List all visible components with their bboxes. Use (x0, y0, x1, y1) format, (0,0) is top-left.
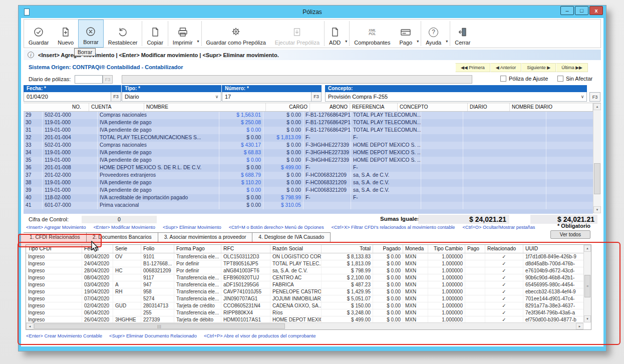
add-dropdown-icon[interactable]: ▾ (345, 39, 349, 48)
window-title: Pólizas (21, 9, 603, 16)
shortcut-hint: <Enter> Modificar Movimiento (93, 225, 155, 230)
totals-row: Cifra de Control: 0 Sumas Iguales: $ 24,… (24, 215, 601, 225)
shortcut-hint: <Supr> Eliminar Movimiento (163, 225, 221, 230)
scrollbar-thumb[interactable] (594, 163, 600, 194)
nav-button[interactable]: ◀ Anterior (490, 63, 521, 72)
diario-input[interactable] (75, 75, 103, 84)
diario-f3-button: F3 (103, 75, 113, 84)
reset-icon (117, 26, 128, 38)
column-header[interactable]: REFERENCIA (350, 103, 398, 111)
checkbox-box[interactable] (557, 76, 563, 82)
nuevo-button[interactable]: Nuevo (53, 20, 78, 48)
column-header[interactable]: CARGO (266, 103, 310, 111)
movement-row[interactable]: 37 201-02-000 Proveedores extranjeros $ … (24, 172, 593, 179)
diario-row: Diario de pólizas: F3 Póliza de Ajuste S… (24, 74, 601, 85)
poliza-key-fields: Fecha: * 01/04/20 F3 Tipo: * Diario ∨ Nú… (24, 85, 322, 102)
guardar-prepoliza-button[interactable]: Guardar como Prepóliza (202, 20, 270, 48)
numero-label: Número: * (222, 85, 322, 92)
movements-vertical-scrollbar[interactable]: ▲ ▼ (593, 103, 601, 213)
minimize-button[interactable]: – (560, 6, 574, 15)
column-header[interactable]: NOMBRE DIARIO (510, 103, 593, 111)
movement-row[interactable]: 38 119-01-000 IVA pendiente de pago $ 11… (24, 179, 593, 187)
numero-input[interactable]: 17 (222, 94, 311, 100)
borrar-tooltip: Borrar (74, 48, 96, 56)
movement-row[interactable]: 35 119-01-000 IVA pendiente de pago $ 0.… (24, 157, 593, 164)
fecha-label: Fecha: * (24, 85, 121, 92)
maximize-button[interactable]: □ (575, 6, 588, 15)
shortcut-hint: <Ctrl+M o Botón derecho> Menú de Opcione… (229, 225, 324, 230)
movement-row[interactable]: 30 119-01-000 IVA pendiente de pago $ 25… (24, 119, 593, 127)
movements-header-row: NO.CUENTANOMBRECARGOABONOREFERENCIACONCE… (24, 103, 593, 112)
scroll-up-icon[interactable]: ▲ (593, 103, 601, 110)
column-header[interactable]: ABONO (310, 103, 350, 111)
column-header[interactable]: CONCEPTO (398, 103, 468, 111)
pago-button[interactable]: Pago (395, 20, 417, 48)
restablecer-button[interactable]: Restablecer (104, 20, 142, 48)
ayuda-dropdown-icon[interactable]: ▾ (446, 39, 450, 48)
column-header[interactable]: NOMBRE (144, 103, 266, 111)
fecha-input[interactable]: 01/04/20 (24, 94, 111, 100)
desktop-background: Pólizas – □ x Guardar Nuevo (0, 0, 624, 364)
cerrar-button[interactable]: Cerrar (450, 20, 475, 48)
movement-row[interactable]: 40 118-02-000 IVA acreditable de importa… (24, 194, 593, 202)
tab[interactable]: 4. Desglose de IVA Causado (252, 232, 331, 242)
delete-icon (85, 26, 96, 38)
diario-label: Diario de pólizas: (29, 76, 71, 82)
origin-row: Sistema Origen: CONTPAQi® Contabilidad -… (24, 62, 601, 73)
column-header[interactable]: DIARIO (468, 103, 510, 111)
tipo-field-group: Tipo: * Diario ∨ (122, 85, 222, 102)
pago-dropdown-icon[interactable]: ▾ (417, 39, 421, 48)
concepto-field-group: Concepto: Provisión Compra F-255 ∨ (325, 85, 587, 102)
numero-field-group: Número: * 17 F3 (222, 85, 322, 102)
sin-afectar-checkbox[interactable]: Sin Afectar (557, 76, 592, 82)
copiar-button[interactable]: Copiar (142, 20, 167, 48)
nav-button[interactable]: ◀◀ Primera (455, 63, 490, 72)
imprimir-button[interactable]: Imprimir (168, 20, 197, 48)
run-prepoliza-icon (291, 26, 302, 38)
fecha-f3-button[interactable]: F3 (111, 92, 121, 101)
ver-todos-button[interactable]: Ver todos (550, 230, 590, 239)
tipo-select[interactable]: Diario (122, 94, 213, 100)
add-document-icon (330, 26, 341, 38)
poliza-ajuste-checkbox[interactable]: Póliza de Ajuste (500, 76, 548, 82)
ayuda-button[interactable]: ? Ayuda (421, 20, 446, 48)
nav-button[interactable]: Última ▶▶ (556, 63, 588, 72)
column-header[interactable]: CUENTA (89, 103, 144, 111)
info-bar: i <Insert> Agregar movimiento | <Enter> … (24, 50, 601, 60)
movements-body: 29 502-01-000 Compras nacionales $ 1,563… (24, 112, 593, 209)
column-header[interactable]: NO. (70, 103, 89, 111)
title-bar[interactable]: Pólizas – □ x (21, 6, 603, 18)
movement-row[interactable]: 34 119-01-000 IVA pendiente de pago $ 68… (24, 149, 593, 157)
movement-row[interactable]: 36 201-01-008 HOME DEPOT MEXICO S. DE R.… (24, 164, 593, 172)
numero-f3-button[interactable]: F3 (311, 92, 321, 101)
concepto-dropdown-icon[interactable]: ∨ (578, 94, 586, 99)
guardar-button[interactable]: Guardar (24, 20, 53, 48)
movement-row[interactable]: 33 502-01-000 Compras nacionales $ 430.1… (24, 142, 593, 149)
movement-row[interactable]: 41 601-07-000 Prima vacacional $ 0.00 $ … (24, 202, 593, 209)
cifra-control-value: 0 (82, 216, 157, 223)
movement-row[interactable]: 39 119-01-000 IVA pendiente de pago $ 0.… (24, 187, 593, 194)
add-button[interactable]: ADD (325, 20, 345, 48)
exit-door-icon (457, 26, 468, 38)
comprobantes-button[interactable]: XMLPOL Comprobantes (350, 20, 395, 48)
concepto-f3-button[interactable]: F3 (589, 92, 600, 102)
movement-row[interactable]: 32 201-01-004 TOTAL PLAY TELECOMUNICACIO… (24, 134, 593, 142)
sistema-origen-text: Sistema Origen: CONTPAQi® Contabilidad -… (29, 64, 183, 70)
record-navigation: ◀◀ Primera◀ AnteriorSiguiente ▶Última ▶▶ (455, 63, 588, 72)
close-button[interactable]: x (589, 6, 603, 15)
diario-name-field (122, 75, 472, 84)
tipo-dropdown-icon[interactable]: ∨ (213, 94, 221, 99)
movement-row[interactable]: 29 502-01-000 Compras nacionales $ 1,563… (24, 112, 593, 119)
imprimir-dropdown-icon[interactable]: ▾ (197, 39, 201, 48)
nav-button[interactable]: Siguiente ▶ (521, 63, 556, 72)
help-icon: ? (429, 26, 438, 38)
borrar-button[interactable]: Borrar (78, 20, 104, 48)
movement-row[interactable]: 31 119-01-000 IVA pendiente de pago $ 0.… (24, 127, 593, 134)
tab[interactable]: 3. Asociar movimientos a proveedor (158, 232, 253, 242)
concepto-input[interactable]: Provisión Compra F-255 (326, 94, 578, 100)
checkbox-box[interactable] (500, 76, 506, 82)
fecha-field-group: Fecha: * 01/04/20 F3 (24, 85, 122, 102)
column-header-filler (24, 103, 70, 111)
scroll-down-icon[interactable]: ▼ (593, 206, 601, 213)
save-icon (33, 26, 44, 38)
